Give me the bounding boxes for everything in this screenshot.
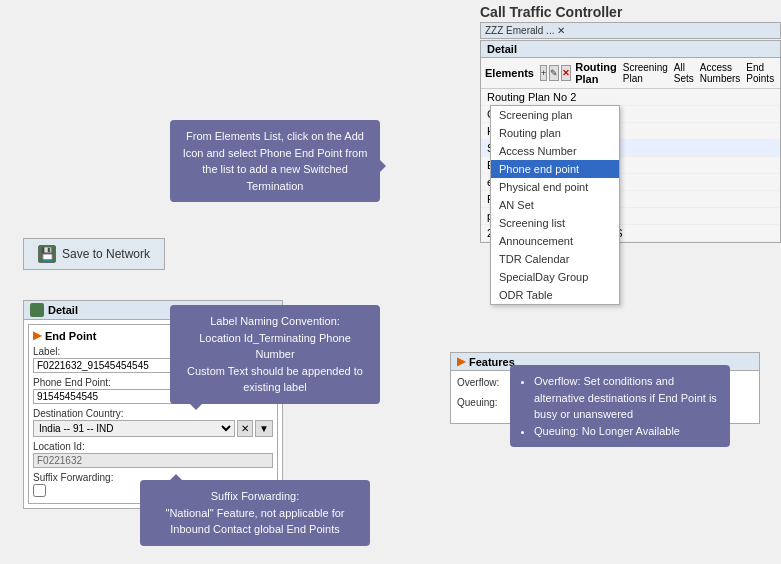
suffix-forwarding-checkbox[interactable] bbox=[33, 484, 46, 497]
destination-country-clear-btn[interactable]: ✕ bbox=[237, 420, 253, 437]
detail-icon bbox=[30, 303, 44, 317]
elements-row: Elements + ✎ ✕ Routing Plan Screening Pl… bbox=[481, 58, 780, 89]
tooltip-add-element: From Elements List, click on the Add Ico… bbox=[170, 120, 380, 202]
menu-announcement[interactable]: Announcement bbox=[491, 232, 619, 250]
save-network-label: Save to Network bbox=[62, 247, 150, 261]
menu-screening-list[interactable]: Screening list bbox=[491, 214, 619, 232]
destination-country-field: India -- 91 -- IND ✕ ▼ bbox=[33, 420, 273, 437]
app-tab[interactable]: ZZZ Emerald ... ✕ bbox=[480, 22, 781, 39]
menu-an-set[interactable]: AN Set bbox=[491, 196, 619, 214]
menu-screening-plan[interactable]: Screening plan bbox=[491, 106, 619, 124]
features-expand-icon[interactable]: ▶ bbox=[457, 355, 465, 368]
queuing-label: Queuing: bbox=[457, 397, 507, 408]
overflow-info: Overflow: Set conditions and alternative… bbox=[534, 373, 720, 423]
add-element-dropdown: Screening plan Routing plan Access Numbe… bbox=[490, 105, 620, 305]
save-icon bbox=[38, 245, 56, 263]
end-points-tab[interactable]: End Points bbox=[746, 62, 774, 84]
overflow-label: Overflow: bbox=[457, 377, 507, 388]
menu-odr-table[interactable]: ODR Table bbox=[491, 286, 619, 304]
tooltip3-text: Suffix Forwarding:"National" Feature, no… bbox=[165, 490, 344, 535]
all-sets-tab[interactable]: All Sets bbox=[674, 62, 694, 84]
detail-header: Detail bbox=[481, 41, 780, 58]
menu-access-number[interactable]: Access Number bbox=[491, 142, 619, 160]
location-id-input bbox=[33, 453, 273, 468]
toolbar-edit-btn[interactable]: ✎ bbox=[549, 65, 559, 81]
menu-tdr-calendar[interactable]: TDR Calendar bbox=[491, 250, 619, 268]
toolbar-add-btn[interactable]: + bbox=[540, 65, 547, 81]
menu-specialday-group[interactable]: SpecialDay Group bbox=[491, 268, 619, 286]
expand-arrow-icon[interactable]: ▶ bbox=[33, 329, 41, 342]
access-numbers-tab[interactable]: Access Numbers bbox=[700, 62, 741, 84]
destination-country-label: Destination Country: bbox=[33, 408, 273, 419]
features-info-tooltip: Overflow: Set conditions and alternative… bbox=[510, 365, 730, 447]
toolbar-delete-btn[interactable]: ✕ bbox=[561, 65, 571, 81]
destination-country-dropdown-btn[interactable]: ▼ bbox=[255, 420, 273, 437]
menu-routing-plan[interactable]: Routing plan bbox=[491, 124, 619, 142]
tooltip2-text: Label Naming Convention:Location Id_Term… bbox=[187, 315, 363, 393]
destination-country-select[interactable]: India -- 91 -- IND bbox=[33, 420, 235, 437]
list-item[interactable]: Routing Plan No 2 bbox=[481, 89, 780, 106]
save-network-button[interactable]: Save to Network bbox=[23, 238, 165, 270]
menu-physical-end-point[interactable]: Physical end point bbox=[491, 178, 619, 196]
routing-plan-tab[interactable]: Routing Plan bbox=[575, 61, 617, 85]
screening-plan-tab[interactable]: Screening Plan bbox=[623, 62, 668, 84]
tooltip-label-naming: Label Naming Convention:Location Id_Term… bbox=[170, 305, 380, 404]
queuing-info: Queuing: No Longer Available bbox=[534, 423, 720, 440]
menu-phone-end-point[interactable]: Phone end point bbox=[491, 160, 619, 178]
elements-label: Elements bbox=[485, 67, 534, 79]
location-id-label: Location Id: bbox=[33, 441, 273, 452]
tooltip-suffix-forwarding: Suffix Forwarding:"National" Feature, no… bbox=[140, 480, 370, 546]
app-title: Call Traffic Controller bbox=[480, 0, 781, 22]
features-title: Features bbox=[469, 356, 515, 368]
endpoint-section-label: End Point bbox=[45, 330, 96, 342]
